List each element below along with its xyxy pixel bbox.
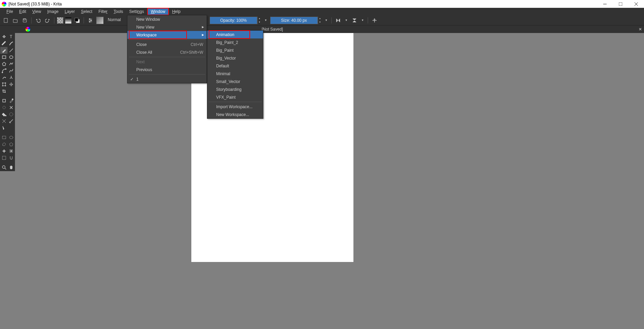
mirror-horizontal-icon[interactable] <box>334 17 342 24</box>
edit-shape-tool-icon[interactable] <box>0 40 7 47</box>
crop-tool-icon[interactable] <box>0 88 7 95</box>
svg-point-34 <box>10 113 13 116</box>
opacity-dropdown-icon[interactable]: ▼ <box>263 17 268 24</box>
menu-layer[interactable]: Layer <box>62 8 78 15</box>
size-spinner[interactable]: ▲▼ <box>318 17 322 24</box>
workspace-default[interactable]: Default <box>207 62 263 70</box>
menu-workspace[interactable]: Workspace▶ <box>127 31 207 39</box>
poly-select-tool-icon[interactable] <box>7 141 15 148</box>
minimize-button[interactable] <box>597 0 613 8</box>
eyedropper-tool-icon[interactable] <box>7 97 15 104</box>
ellipse-select-tool-icon[interactable] <box>7 134 15 141</box>
rect-select-tool-icon[interactable] <box>0 134 7 141</box>
workspace-big-paint[interactable]: Big_Paint <box>207 46 263 54</box>
menu-help[interactable]: Help <box>169 8 184 15</box>
svg-rect-7 <box>75 18 78 21</box>
gradient-icon[interactable] <box>65 17 71 23</box>
svg-point-12 <box>91 20 92 21</box>
bezier-select-tool-icon[interactable] <box>0 154 7 161</box>
move-layer-tool-icon[interactable] <box>7 81 15 88</box>
smart-patch-tool-icon[interactable] <box>0 104 7 111</box>
open-doc-icon[interactable] <box>12 17 19 24</box>
zoom-tool-icon[interactable] <box>0 164 7 171</box>
menu-close-all[interactable]: Close AllCtrl+Shift+W <box>127 48 207 56</box>
menu-tools[interactable]: Tools <box>110 8 126 15</box>
ellipse-tool-icon[interactable] <box>7 54 15 61</box>
mirror-vertical-icon[interactable] <box>351 17 358 24</box>
freehand-select-tool-icon[interactable] <box>0 141 7 148</box>
size-dropdown-icon[interactable]: ▼ <box>324 17 329 24</box>
menu-image[interactable]: Image <box>44 8 62 15</box>
freehand-path-tool-icon[interactable] <box>7 67 15 74</box>
dynamic-brush-tool-icon[interactable] <box>0 74 7 81</box>
menu-window[interactable]: Window <box>147 8 169 15</box>
menu-file[interactable]: File <box>3 8 16 15</box>
similar-select-tool-icon[interactable] <box>7 148 15 154</box>
brush-settings-icon[interactable] <box>87 17 94 24</box>
wraparound-icon[interactable] <box>371 17 378 24</box>
canvas-area[interactable] <box>15 33 644 329</box>
workspace-big-vector[interactable]: Big_Vector <box>207 54 263 62</box>
menu-previous[interactable]: Previous <box>127 66 207 73</box>
workspace-small-vector[interactable]: Small_Vector <box>207 78 263 85</box>
blank-tool <box>7 88 15 95</box>
rectangle-tool-icon[interactable] <box>0 54 7 61</box>
menu-separator <box>209 102 262 102</box>
menu-edit[interactable]: Edit <box>16 8 29 15</box>
multibrush-tool-icon[interactable] <box>7 74 15 81</box>
mirror-h-dropdown-icon[interactable]: ▼ <box>344 17 349 24</box>
assistant-tool-icon[interactable] <box>0 118 7 125</box>
brush-preset-icon[interactable] <box>96 17 104 24</box>
menu-filter[interactable]: Filter <box>95 8 111 15</box>
workspace-minimal[interactable]: Minimal <box>207 70 263 78</box>
workspace-animation[interactable]: Animation <box>207 31 263 38</box>
calligraphy-tool-icon[interactable] <box>7 40 15 47</box>
color-picker-tool-icon[interactable] <box>0 97 7 104</box>
line-tool-icon[interactable] <box>7 47 15 54</box>
svg-point-11 <box>89 18 90 19</box>
move-tool-icon[interactable]: ✥ <box>0 33 7 40</box>
magnetic-select-tool-icon[interactable] <box>7 154 15 161</box>
new-doc-icon[interactable] <box>2 17 10 24</box>
mirror-v-dropdown-icon[interactable]: ▼ <box>360 17 365 24</box>
fill-tool-icon[interactable] <box>0 111 7 118</box>
workspace-import[interactable]: Import Workspace... <box>207 103 263 111</box>
measure-tool-icon[interactable] <box>7 118 15 125</box>
svg-rect-27 <box>5 85 6 86</box>
transform-tool-icon[interactable] <box>0 81 7 88</box>
workspace-big-paint-2[interactable]: Big_Paint_2 <box>207 38 263 46</box>
polygon-tool-icon[interactable] <box>0 61 7 67</box>
workspace-storyboarding[interactable]: Storyboarding <box>207 85 263 93</box>
opacity-slider[interactable]: Opacity: 100% <box>210 17 257 24</box>
menu-view[interactable]: View <box>29 8 44 15</box>
text-tool-icon[interactable]: T <box>7 33 15 40</box>
opacity-spinner[interactable]: ▲▼ <box>257 17 261 24</box>
maximize-button[interactable] <box>613 0 628 8</box>
save-doc-icon[interactable] <box>21 17 29 24</box>
menu-settings[interactable]: Settings <box>126 8 147 15</box>
document-tab-label[interactable]: [Not Saved] <box>262 27 283 32</box>
workspace-vfx-paint[interactable]: VFX_Paint <box>207 93 263 101</box>
reference-tool-icon[interactable] <box>0 125 7 131</box>
fg-bg-swatch-icon[interactable] <box>73 17 81 24</box>
redo-icon[interactable] <box>44 17 51 24</box>
menu-close[interactable]: CloseCtrl+W <box>127 40 207 48</box>
menu-new-view[interactable]: New View▶ <box>127 23 207 31</box>
menu-select[interactable]: Select <box>78 8 95 15</box>
close-button[interactable] <box>628 0 644 8</box>
contiguous-select-tool-icon[interactable] <box>0 148 7 154</box>
undo-icon[interactable] <box>34 17 42 24</box>
brush-size-slider[interactable]: Size: 40.00 px <box>270 17 318 24</box>
freehand-brush-tool-icon[interactable] <box>0 47 7 54</box>
pan-tool-icon[interactable] <box>7 164 15 171</box>
bezier-tool-icon[interactable] <box>0 67 7 74</box>
workspace-new[interactable]: New Workspace... <box>207 111 263 118</box>
polyline-tool-icon[interactable] <box>7 61 15 67</box>
smart-fill-tool-icon[interactable] <box>7 104 15 111</box>
tab-close-icon[interactable]: ✕ <box>639 27 642 32</box>
menu-doc-1[interactable]: ✓1 <box>127 75 207 83</box>
pattern-icon[interactable] <box>57 17 63 23</box>
svg-line-17 <box>10 49 13 52</box>
gradient-tool-icon[interactable] <box>7 111 15 118</box>
menu-new-window[interactable]: New Window <box>127 15 207 23</box>
